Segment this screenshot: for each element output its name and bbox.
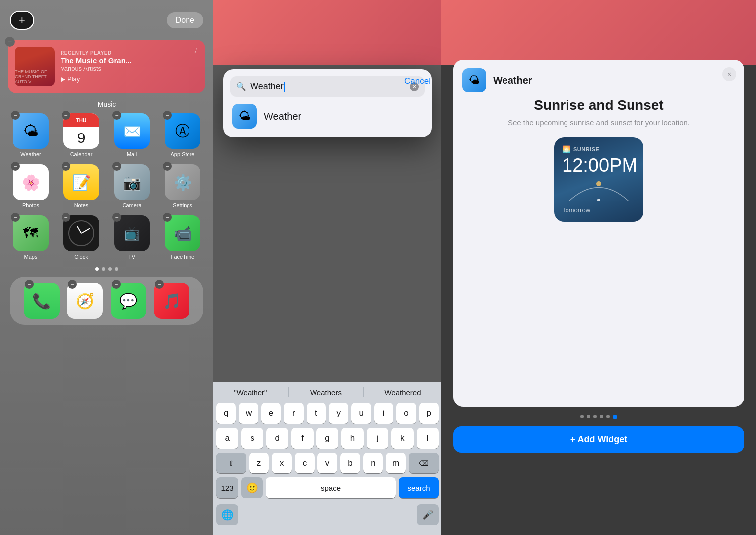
app-item-tv[interactable]: − 📺 TV	[110, 215, 154, 260]
key-q[interactable]: q	[216, 403, 236, 424]
music-thumbnail: THE MUSIC OFGRAND THEFT AUTO V	[15, 47, 55, 86]
widget-dot-2	[587, 415, 590, 418]
panel-homescreen: + Done − THE MUSIC OFGRAND THEFT AUTO V …	[0, 0, 213, 535]
key-mic[interactable]: 🎤	[417, 504, 439, 525]
widget-title: Sunrise and Sunset	[462, 97, 735, 113]
app-item-maps[interactable]: − 🗺 Maps	[9, 215, 53, 260]
key-backspace[interactable]: ⌫	[409, 453, 439, 473]
widget-subtitle: See the upcoming sunrise and sunset for …	[462, 117, 735, 128]
music-remove-button[interactable]: −	[5, 37, 15, 47]
key-f[interactable]: f	[291, 428, 313, 449]
sunrise-label-row: 🌅 SUNRISE	[562, 145, 635, 153]
add-widget-confirm-button[interactable]: + Add Widget	[453, 426, 744, 453]
settings-label: Settings	[173, 202, 192, 208]
weather-remove[interactable]: −	[11, 111, 20, 120]
widget-content: Sunrise and Sunset See the upcoming sunr…	[453, 97, 744, 407]
widget-dot-6	[613, 415, 617, 419]
key-n[interactable]: n	[363, 453, 383, 473]
key-y[interactable]: y	[329, 403, 348, 424]
widget-dot-5	[606, 415, 610, 418]
key-s[interactable]: s	[241, 428, 263, 449]
maps-label: Maps	[24, 254, 38, 260]
predictive-word-1[interactable]: "Weather"	[234, 388, 267, 397]
app-item-facetime[interactable]: − 📹 FaceTime	[161, 215, 204, 260]
key-d[interactable]: d	[266, 428, 288, 449]
key-t[interactable]: t	[307, 403, 326, 424]
key-m[interactable]: m	[386, 453, 406, 473]
app-item-weather[interactable]: − 🌤 Weather	[9, 113, 53, 157]
app-item-calendar[interactable]: − THU 9 Calendar	[60, 113, 103, 157]
cancel-button[interactable]: Cancel	[404, 76, 431, 86]
maps-remove[interactable]: −	[11, 213, 20, 222]
kb-row-5: 🌐 🎤	[213, 502, 441, 535]
kb-row-3: ⇧ z x c v b n m ⌫	[213, 451, 441, 475]
app-item-clock[interactable]: − Clock	[60, 215, 103, 260]
search-bar[interactable]: 🔍 Weather ✕	[230, 76, 425, 97]
key-l[interactable]: l	[417, 428, 439, 449]
app-item-camera[interactable]: − 📷 Camera	[110, 164, 154, 208]
play-button[interactable]: ▶ Play	[61, 75, 198, 83]
tv-remove[interactable]: −	[112, 213, 121, 222]
key-emoji[interactable]: 🙂	[241, 477, 263, 498]
appstore-remove[interactable]: −	[163, 111, 172, 120]
phone-dock-remove[interactable]: −	[25, 280, 34, 289]
key-p[interactable]: p	[419, 403, 439, 424]
clock-remove[interactable]: −	[62, 213, 70, 222]
search-result-item[interactable]: 🌤 Weather	[230, 97, 425, 131]
widget-close-button[interactable]: ×	[722, 67, 736, 81]
music-widget[interactable]: − THE MUSIC OFGRAND THEFT AUTO V RECENTL…	[8, 40, 205, 93]
app-item-mail[interactable]: − ✉️ Mail	[110, 113, 154, 157]
key-numbers[interactable]: 123	[216, 477, 238, 498]
calendar-remove[interactable]: −	[62, 111, 70, 120]
add-widget-button[interactable]: +	[10, 11, 34, 30]
key-r[interactable]: r	[284, 403, 303, 424]
key-v[interactable]: v	[317, 453, 337, 473]
dock-music[interactable]: − 🎵	[154, 283, 189, 319]
app-item-photos[interactable]: − 🌸 Photos	[9, 164, 53, 208]
facetime-remove[interactable]: −	[163, 213, 172, 222]
settings-remove[interactable]: −	[163, 162, 172, 171]
key-h[interactable]: h	[341, 428, 363, 449]
key-k[interactable]: k	[391, 428, 413, 449]
key-z[interactable]: z	[249, 453, 269, 473]
camera-remove[interactable]: −	[112, 162, 121, 171]
key-globe[interactable]: 🌐	[216, 504, 238, 525]
page-indicator	[0, 268, 213, 271]
key-c[interactable]: c	[295, 453, 315, 473]
pred-divider-2	[363, 387, 364, 397]
messages-dock-remove[interactable]: −	[112, 280, 121, 289]
key-a[interactable]: a	[216, 428, 238, 449]
key-shift[interactable]: ⇧	[216, 453, 246, 473]
key-w[interactable]: w	[239, 403, 258, 424]
predictive-word-2[interactable]: Weathers	[310, 388, 342, 397]
sunrise-widget-card: 🌅 SUNRISE 12:00PM Tomorrow	[554, 137, 643, 222]
dock-phone[interactable]: − 📞	[24, 283, 60, 319]
key-x[interactable]: x	[272, 453, 292, 473]
widget-dot-1	[580, 415, 584, 418]
key-e[interactable]: e	[261, 403, 281, 424]
app-grid-row3: − 🗺 Maps − Clock − 📺 TV −	[0, 215, 213, 260]
predictive-word-3[interactable]: Weathered	[384, 388, 421, 397]
key-u[interactable]: u	[351, 403, 371, 424]
app-item-notes[interactable]: − 📝 Notes	[60, 164, 103, 208]
key-o[interactable]: o	[396, 403, 416, 424]
app-item-appstore[interactable]: − Ⓐ App Store	[161, 113, 204, 157]
key-i[interactable]: i	[374, 403, 393, 424]
search-input[interactable]: Weather	[250, 81, 406, 92]
mail-remove[interactable]: −	[112, 111, 121, 120]
done-button[interactable]: Done	[167, 12, 203, 28]
app-item-settings[interactable]: − ⚙️ Settings	[161, 164, 204, 208]
key-search[interactable]: search	[399, 477, 439, 498]
photos-label: Photos	[22, 202, 39, 208]
dock-messages[interactable]: − 💬	[111, 283, 146, 319]
dock-safari[interactable]: − 🧭	[67, 283, 103, 319]
app-dock: − 📞 − 🧭 − 💬 − 🎵	[10, 277, 203, 325]
key-g[interactable]: g	[316, 428, 338, 449]
photos-remove[interactable]: −	[11, 162, 20, 171]
key-space[interactable]: space	[266, 477, 396, 498]
widget-page-dots	[441, 415, 756, 419]
widget-panel-header: 🌤 Weather ×	[453, 60, 744, 97]
key-b[interactable]: b	[340, 453, 360, 473]
notes-remove[interactable]: −	[62, 162, 70, 171]
key-j[interactable]: j	[367, 428, 388, 449]
